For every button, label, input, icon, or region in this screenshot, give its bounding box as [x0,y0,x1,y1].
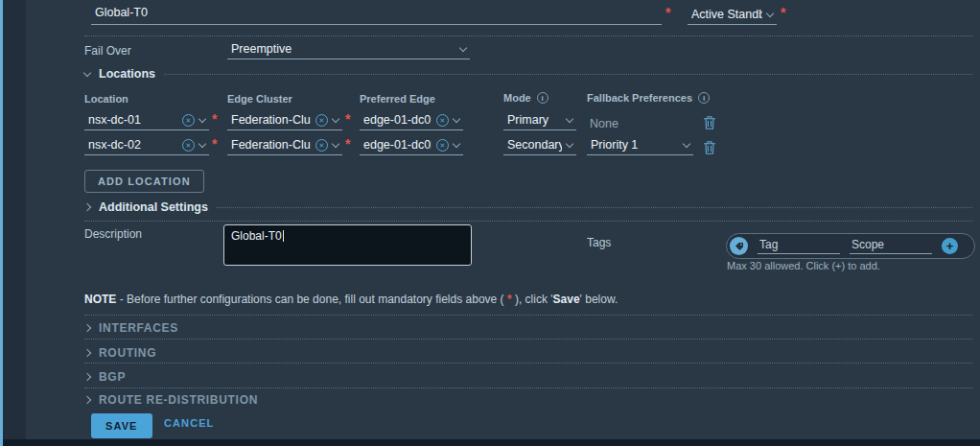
tag-input-group: + [726,233,975,259]
cancel-button[interactable]: CANCEL [158,416,220,430]
separator [84,387,972,388]
fallback-select-row2[interactable]: Priority 1 [587,138,693,155]
mode-value: Secondary [507,138,562,152]
add-location-button[interactable]: ADD LOCATION [84,170,204,193]
interfaces-title: INTERFACES [99,321,178,335]
chevron-down-icon [683,139,690,147]
clear-icon[interactable]: ✕ [182,139,195,152]
clear-icon[interactable]: ✕ [436,139,449,152]
edge-cluster-value: Federation-Cluste [231,113,311,127]
delete-row-button[interactable] [703,140,716,158]
mandatory-fields-note: NOTE - Before further configurations can… [84,293,618,306]
separator [217,207,972,208]
chevron-down-icon [453,114,460,122]
ha-mode-select[interactable]: Active Standby [688,8,777,25]
mode-select-row2[interactable]: Secondary [503,138,576,155]
preferred-edge-value: edge-01-dc02 [363,138,432,152]
save-button[interactable]: SAVE [91,413,152,438]
chevron-right-icon [83,396,91,404]
scope-input[interactable] [850,238,932,254]
route-redistribution-title: ROUTE RE-DISTRIBUTION [99,393,258,407]
location-value: nsx-dc-02 [88,138,177,152]
failover-select[interactable]: Preemptive [227,42,470,59]
column-header-edge-cluster: Edge Cluster [227,93,292,105]
clear-icon[interactable]: ✕ [315,114,328,127]
chevron-down-icon [566,139,573,147]
mode-select-row1[interactable]: Primary [503,113,576,130]
chevron-down-icon [453,139,460,147]
trash-icon [703,140,716,155]
location-combobox-row2[interactable]: nsx-dc-02 ✕ [84,138,209,155]
preferred-edge-combobox-row1[interactable]: edge-01-dc01 ✕ [360,113,463,130]
chevron-down-icon [198,139,206,147]
description-textarea[interactable]: Global-T0 [223,224,472,266]
separator [84,315,972,316]
left-margin [3,0,26,439]
fallback-value-row1: None [590,117,618,130]
chevron-right-icon [83,349,91,357]
separator [84,221,972,222]
edge-cluster-combobox-row2[interactable]: Federation-Cluste ✕ [227,138,342,155]
chevron-down-icon [766,9,774,16]
chevron-down-icon [332,114,339,122]
chevron-down-icon [198,114,206,122]
gateway-name-input[interactable] [91,4,662,25]
failover-label: Fail Over [84,44,131,58]
edge-cluster-value: Federation-Cluste [231,138,311,152]
column-header-mode: Mode i [503,92,548,104]
add-tag-button[interactable]: + [942,238,958,254]
clear-icon[interactable]: ✕ [182,114,195,127]
preferred-edge-value: edge-01-dc01 [363,113,432,127]
tag-icon [730,237,748,255]
locations-section-header[interactable]: Locations [84,67,972,81]
edge-cluster-combobox-row1[interactable]: Federation-Cluste ✕ [227,113,342,130]
trash-icon [703,115,716,130]
location-value: nsx-dc-01 [88,113,177,127]
required-asterisk: * [345,111,350,127]
column-header-fallback-preferences: Fallback Preferences i [587,92,710,104]
info-icon[interactable]: i [537,92,548,104]
separator [164,74,972,75]
delete-row-button[interactable] [703,115,716,133]
required-asterisk: * [212,136,217,152]
text-cursor [283,230,284,242]
section-interfaces[interactable]: INTERFACES [84,321,178,335]
required-asterisk: * [665,5,670,20]
description-value: Global-T0 [231,229,282,243]
preferred-edge-combobox-row2[interactable]: edge-01-dc02 ✕ [360,138,463,155]
ha-mode-value: Active Standby [691,8,762,21]
description-label: Description [84,227,142,241]
chevron-down-icon [459,43,467,51]
additional-settings-title: Additional Settings [99,200,208,214]
separator [84,339,972,340]
additional-settings-section-header[interactable]: Additional Settings [84,200,972,214]
form-panel [26,0,980,439]
chevron-down-icon [332,139,339,147]
column-header-location: Location [84,93,128,105]
required-asterisk: * [345,136,350,152]
column-header-preferred-edge: Preferred Edge [360,93,435,105]
clear-icon[interactable]: ✕ [436,114,449,127]
info-icon[interactable]: i [698,92,710,104]
locations-title: Locations [99,67,155,81]
tags-label: Tags [587,236,611,249]
failover-value: Preemptive [231,42,455,56]
fallback-value: Priority 1 [591,138,679,152]
section-routing[interactable]: ROUTING [84,346,156,360]
routing-title: ROUTING [99,346,156,360]
clear-icon[interactable]: ✕ [315,139,328,152]
section-bgp[interactable]: BGP [84,370,126,384]
required-asterisk: * [212,111,217,127]
separator [84,35,972,36]
chevron-down-icon [566,114,573,122]
mode-value: Primary [507,113,562,127]
tags-hint: Max 30 allowed. Click (+) to add. [727,260,880,271]
location-combobox-row1[interactable]: nsx-dc-01 ✕ [84,113,209,130]
tier0-gateway-form: * Active Standby * Fail Over Preemptive … [0,0,980,446]
chevron-right-icon [83,203,91,211]
tag-input[interactable] [758,238,840,254]
chevron-down-icon [83,68,91,76]
chevron-right-icon [83,324,91,332]
section-route-redistribution[interactable]: ROUTE RE-DISTRIBUTION [84,393,258,407]
chevron-right-icon [83,373,91,381]
